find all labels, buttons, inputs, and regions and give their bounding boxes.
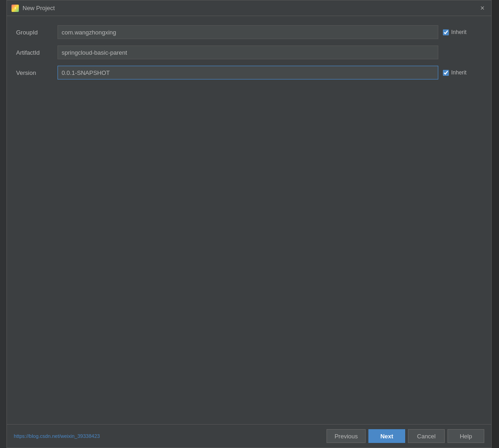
intellij-logo-icon: I	[11, 5, 19, 12]
left-gutter	[0, 0, 7, 448]
version-label: Version	[16, 69, 53, 76]
next-button[interactable]: Next	[368, 429, 405, 443]
groupid-inherit-checkbox[interactable]	[443, 29, 449, 35]
artifactid-row: ArtifactId	[16, 45, 482, 59]
groupid-inherit-label: Inherit	[451, 29, 466, 35]
artifactid-label: ArtifactId	[16, 49, 53, 56]
groupid-input[interactable]	[57, 25, 438, 39]
version-inherit-checkbox[interactable]	[443, 70, 449, 76]
groupid-label: GroupId	[16, 29, 53, 36]
new-project-dialog: I New Project × GroupId Inherit Artifact…	[6, 0, 492, 448]
bottom-bar: https://blog.csdn.net/weixin_39338423 Pr…	[7, 424, 491, 448]
groupid-inherit-row: Inherit	[443, 29, 482, 35]
close-button[interactable]: ×	[478, 4, 487, 12]
dialog-title: New Project	[23, 5, 55, 11]
groupid-row: GroupId Inherit	[16, 25, 482, 39]
artifactid-input[interactable]	[57, 45, 438, 59]
version-inherit-label: Inherit	[451, 69, 466, 76]
version-input[interactable]	[57, 66, 438, 79]
status-url: https://blog.csdn.net/weixin_39338423	[14, 433, 324, 439]
dialog-title-bar: I New Project ×	[7, 0, 491, 16]
version-row: Version Inherit	[16, 66, 482, 79]
cancel-button[interactable]: Cancel	[408, 429, 445, 443]
content-spacer	[16, 86, 482, 415]
app-icon: I	[11, 5, 19, 12]
version-inherit-row: Inherit	[443, 69, 482, 76]
dialog-content: GroupId Inherit ArtifactId Version Inher…	[7, 16, 491, 424]
help-button[interactable]: Help	[447, 429, 484, 443]
title-left: I New Project	[11, 5, 55, 12]
previous-button[interactable]: Previous	[327, 429, 366, 443]
